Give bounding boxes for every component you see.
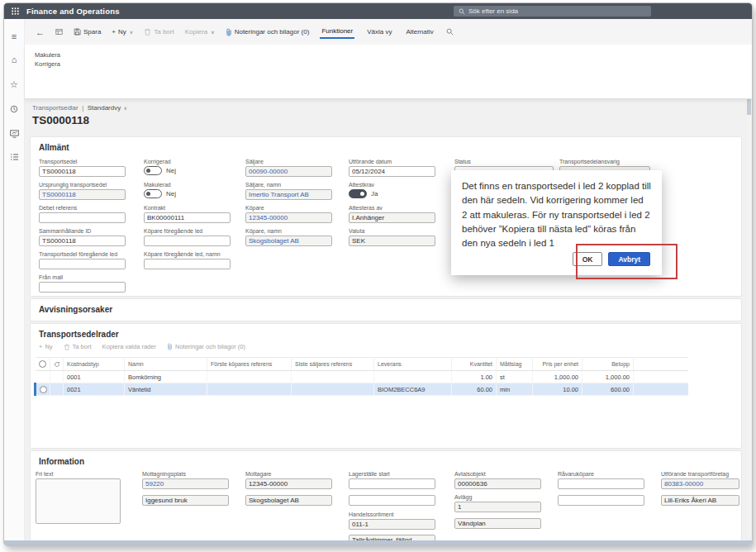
saljare-namn-input[interactable] [245, 189, 332, 200]
grid-header-row: Kostnadstyp Namn Förste köpares referens… [36, 358, 688, 371]
menu-item-makulera[interactable]: Makulera [35, 50, 752, 59]
app-window: Finance and Operations Sök efter en sida… [3, 2, 753, 546]
view-selector[interactable]: Standardvy ∨ [88, 104, 127, 112]
makulerad-toggle[interactable] [144, 189, 162, 198]
kopare-input[interactable] [245, 212, 332, 223]
valuta-input[interactable] [349, 236, 435, 246]
tab-vaxla-vy[interactable]: Växla vy [365, 26, 393, 38]
pin-icon[interactable] [55, 28, 63, 36]
korrigerad-toggle[interactable] [144, 166, 162, 175]
fri-text-input[interactable] [36, 478, 121, 524]
grid-new-button[interactable]: +Ny [39, 343, 53, 350]
kopare-foregaende-led-namn-input[interactable] [144, 259, 231, 269]
star-icon[interactable]: ☆ [4, 80, 24, 89]
lagerstalle-start-namn-input[interactable] [349, 495, 435, 506]
lines-section-title[interactable]: Transportsedelrader [31, 324, 741, 342]
handelssortiment-input[interactable] [349, 519, 435, 530]
mottagningsplats-input[interactable] [142, 478, 229, 489]
fran-mall-input[interactable] [39, 282, 126, 293]
ursprunglig-transportsedel-input[interactable] [39, 189, 126, 200]
attesteras-av-input[interactable] [349, 212, 435, 223]
kontrakt-input[interactable] [144, 212, 231, 223]
chevron-down-icon: ∨ [130, 29, 133, 35]
debet-referens-input[interactable] [39, 212, 126, 223]
back-button[interactable]: ← [36, 27, 45, 37]
avlagg-namn-input[interactable] [454, 518, 541, 529]
global-search-input[interactable]: Sök efter en sida [454, 6, 651, 17]
refresh-header[interactable] [50, 358, 64, 371]
field-transportsedel: Transportsedel [39, 159, 126, 177]
action-bar: ← Spara +Ny∨ Ta bort Kopiera∨ Noteringar… [25, 19, 752, 45]
general-section-title[interactable]: Allmänt [31, 137, 741, 155]
funktioner-menu: Makulera Korrigera [25, 45, 752, 99]
list-icon[interactable] [4, 153, 24, 161]
lines-section: Transportsedelrader +Ny Ta bort Kopiera … [30, 323, 742, 449]
chevron-down-icon: ∨ [211, 29, 214, 35]
hamburger-icon[interactable]: ≡ [4, 32, 24, 41]
field-kopare: Köpare [245, 205, 332, 223]
avtalsobjekt-input[interactable] [454, 478, 541, 489]
table-row[interactable]: 0001 Bomkörning 1.00 st 1,000.00 1,000.0… [36, 371, 688, 383]
mottagare-namn-input[interactable] [245, 495, 332, 506]
field-ravarukopare: Råvaruköpare [558, 471, 644, 506]
row-select[interactable] [36, 383, 50, 396]
rejection-reasons-title[interactable]: Avvisningsorsaker [31, 299, 741, 317]
radio-icon [40, 386, 47, 393]
field-fri-text: Fri text [36, 471, 122, 524]
app-launcher-icon[interactable] [12, 7, 19, 15]
annotation-highlight-box [576, 244, 678, 279]
global-search-placeholder: Sök efter en sida [468, 7, 518, 15]
field-attesteras-av: Attesteras av [349, 205, 435, 223]
breadcrumb-entity[interactable]: Transportsedlar [32, 104, 78, 112]
save-button[interactable]: Spara [74, 28, 101, 36]
attestkrav-toggle[interactable] [349, 189, 367, 198]
home-icon[interactable]: ⌂ [4, 55, 24, 64]
toolbar-search-button[interactable] [446, 28, 454, 36]
lines-grid: Kostnadstyp Namn Förste köpares referens… [34, 357, 688, 396]
attachment-icon [167, 343, 173, 350]
transportsedel-foregaende-led-input[interactable] [39, 259, 126, 269]
notes-attachments-button[interactable]: Noteringar och bilagor (0) [226, 28, 310, 36]
attachment-icon [226, 28, 232, 36]
search-icon [446, 28, 454, 36]
avlagg-input[interactable] [454, 502, 541, 512]
field-kopare-foregaende-led: Köpare föregående led [144, 228, 231, 246]
mottagningsplats-namn-input[interactable] [142, 495, 229, 506]
saljare-input[interactable] [245, 166, 332, 177]
tab-alternativ[interactable]: Alternativ [404, 26, 435, 38]
utforande-transportforetag-namn-input[interactable] [661, 495, 739, 506]
utforande-transportforetag-input[interactable] [661, 478, 739, 489]
delete-button[interactable]: Ta bort [144, 28, 174, 36]
table-row-selected[interactable]: 0021 Väntetid BIOM2BECC6A9 60.00 min 10.… [36, 383, 688, 396]
field-attestkrav: Attestkrav Ja [349, 182, 435, 198]
information-section: Information Fri text Mottagningsplats Mo… [30, 450, 742, 545]
information-section-title[interactable]: Information [31, 451, 741, 469]
row-select[interactable] [36, 371, 50, 383]
field-utforande-datum: Utförande datum [349, 159, 435, 177]
field-fran-mall: Från mall [39, 274, 126, 293]
tab-funktioner[interactable]: Funktioner [320, 25, 354, 39]
utforande-datum-input[interactable] [349, 166, 435, 177]
menu-item-korrigera[interactable]: Korrigera [35, 59, 752, 69]
copy-button[interactable]: Kopiera∨ [185, 28, 215, 36]
kopare-namn-input[interactable] [245, 236, 332, 246]
ravarukopare-namn-input[interactable] [558, 495, 644, 506]
transportsedel-input[interactable] [39, 166, 126, 177]
mottagare-input[interactable] [245, 478, 332, 489]
lagerstalle-start-input[interactable] [349, 478, 435, 489]
new-button[interactable]: +Ny∨ [112, 28, 133, 36]
grid-copy-rows-button[interactable]: Kopiera valda rader [102, 343, 156, 350]
sammanhallande-id-input[interactable] [39, 236, 126, 246]
kopare-foregaende-led-input[interactable] [144, 236, 231, 246]
grid-delete-button[interactable]: Ta bort [64, 343, 92, 350]
field-saljare: Säljare [245, 159, 332, 177]
reports-icon[interactable] [4, 130, 24, 138]
ravarukopare-input[interactable] [558, 478, 644, 489]
field-sammanhallande-id: Sammanhållande ID [39, 228, 126, 246]
select-all-header[interactable] [36, 358, 50, 371]
vertical-scrollbar[interactable] [747, 45, 751, 537]
clock-icon[interactable] [4, 105, 24, 113]
add-icon: + [112, 28, 116, 36]
field-transportsedel-foregaende-led: Transportsedel föregående led [39, 251, 126, 269]
grid-notes-button[interactable]: Noteringar och bilagor (0) [167, 343, 245, 350]
